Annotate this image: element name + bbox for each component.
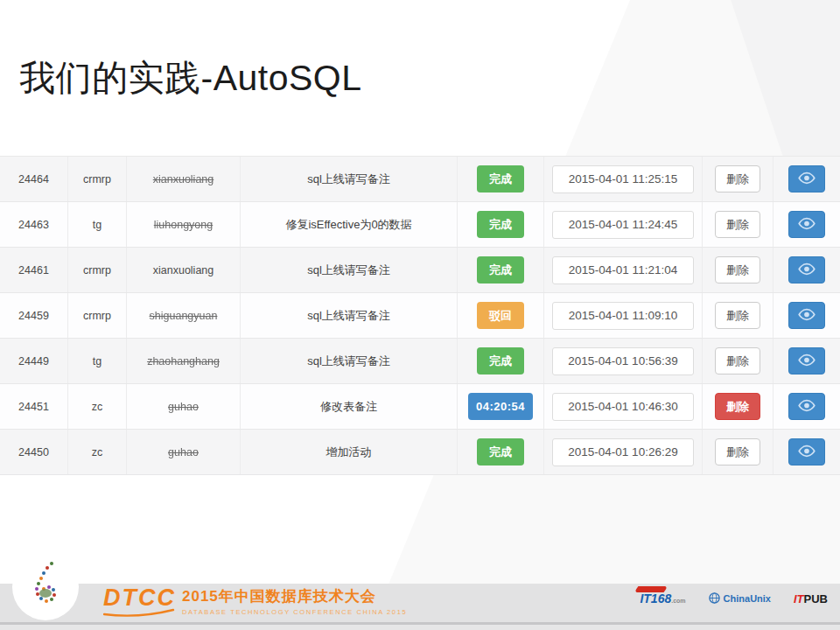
request-id: 24464 xyxy=(0,157,68,201)
view-button[interactable] xyxy=(788,438,825,466)
delete-button[interactable]: 删除 xyxy=(715,347,760,374)
timestamp-field[interactable]: 2015-04-01 11:24:45 xyxy=(552,211,694,239)
description: sql上线请写备注 xyxy=(241,293,458,338)
sponsor-logos: IT168.com ChinaUnix ITPUB xyxy=(640,592,828,606)
username: shiguangyuan xyxy=(127,293,241,338)
username: zhaohanghang xyxy=(127,339,241,383)
username: liuhongyong xyxy=(127,202,241,247)
timestamp-field[interactable]: 2015-04-01 10:26:29 xyxy=(552,438,694,466)
app-code: crmrp xyxy=(68,293,127,338)
itpub-logo: ITPUB xyxy=(794,592,828,606)
app-code: tg xyxy=(68,202,127,247)
footer-lower-band xyxy=(0,625,840,630)
description: 修改表备注 xyxy=(241,384,458,429)
description: sql上线请写备注 xyxy=(241,157,458,201)
status-button[interactable]: 完成 xyxy=(477,165,524,192)
it168-logo: IT168.com xyxy=(640,592,685,606)
timestamp-field[interactable]: 2015-04-01 11:09:10 xyxy=(552,302,694,330)
app-code: crmrp xyxy=(68,157,127,201)
timestamp-field[interactable]: 2015-04-01 10:56:39 xyxy=(552,347,694,375)
description: 增加活动 xyxy=(241,430,458,474)
app-code: crmrp xyxy=(68,248,127,292)
timestamp-field[interactable]: 2015-04-01 11:21:04 xyxy=(552,256,694,284)
username: guhao xyxy=(127,384,241,429)
description: sql上线请写备注 xyxy=(241,339,458,383)
request-id: 24459 xyxy=(0,293,68,338)
status-button[interactable]: 完成 xyxy=(477,347,524,374)
request-id: 24461 xyxy=(0,248,68,292)
view-button[interactable] xyxy=(788,347,825,374)
app-code: zc xyxy=(68,384,127,429)
request-id: 24449 xyxy=(0,339,68,383)
table-row: 24451 zc guhao 修改表备注 04:20:54 2015-04-01… xyxy=(0,384,840,430)
globe-icon xyxy=(709,592,720,606)
delete-button[interactable]: 删除 xyxy=(715,256,760,284)
it168-swoosh-icon xyxy=(634,586,668,592)
dtcc-emblem-icon xyxy=(11,553,80,621)
request-id: 24463 xyxy=(0,202,68,247)
status-button[interactable]: 完成 xyxy=(477,438,524,466)
view-button[interactable] xyxy=(788,256,825,284)
conference-title-block: 2015年中国数据库技术大会 DATABASE TECHNOLOGY CONFE… xyxy=(182,586,407,616)
timestamp-field[interactable]: 2015-04-01 10:46:30 xyxy=(552,393,694,421)
dtcc-logo: DTCC xyxy=(103,584,175,617)
table-row: 24463 tg liuhongyong 修复isEffective为0的数据 … xyxy=(0,202,840,248)
view-button[interactable] xyxy=(788,211,825,238)
timestamp-field[interactable]: 2015-04-01 11:25:15 xyxy=(552,165,694,193)
view-button[interactable] xyxy=(788,393,825,420)
eye-icon xyxy=(798,172,816,186)
delete-button[interactable]: 删除 xyxy=(715,165,760,192)
conference-title: 2015年中国数据库技术大会 xyxy=(182,586,407,606)
status-button[interactable]: 完成 xyxy=(477,256,524,284)
conference-subtitle: DATABASE TECHNOLOGY CONFERENCE CHINA 201… xyxy=(182,608,407,616)
username: guhao xyxy=(127,430,241,474)
delete-button[interactable]: 删除 xyxy=(715,393,760,420)
request-id: 24451 xyxy=(0,384,68,429)
delete-button[interactable]: 删除 xyxy=(715,438,760,466)
status-button[interactable]: 04:20:54 xyxy=(468,393,533,420)
table-row: 24464 crmrp xianxuoliang sql上线请写备注 完成 20… xyxy=(0,157,840,202)
page-title: 我们的实践-AutoSQL xyxy=(19,54,362,102)
status-button[interactable]: 完成 xyxy=(477,211,524,238)
eye-icon xyxy=(798,354,816,368)
view-button[interactable] xyxy=(788,302,825,329)
eye-icon xyxy=(798,399,816,414)
username: xianxuoliang xyxy=(127,248,241,292)
description: sql上线请写备注 xyxy=(241,248,458,292)
autosql-table: 24464 crmrp xianxuoliang sql上线请写备注 完成 20… xyxy=(0,156,840,475)
table-row: 24449 tg zhaohanghang sql上线请写备注 完成 2015-… xyxy=(0,339,840,384)
chinaunix-logo: ChinaUnix xyxy=(709,592,771,606)
app-code: zc xyxy=(68,430,127,474)
request-id: 24450 xyxy=(0,430,68,474)
username: xianxuoliang xyxy=(127,157,241,201)
table-row: 24450 zc guhao 增加活动 完成 2015-04-01 10:26:… xyxy=(0,430,840,475)
delete-button[interactable]: 删除 xyxy=(715,302,760,329)
table-row: 24459 crmrp shiguangyuan sql上线请写备注 驳回 20… xyxy=(0,293,840,339)
eye-icon xyxy=(798,444,816,459)
description: 修复isEffective为0的数据 xyxy=(241,202,458,247)
dtcc-wordmark: DTCC xyxy=(103,584,176,611)
eye-icon xyxy=(798,308,816,323)
app-code: tg xyxy=(68,339,127,383)
delete-button[interactable]: 删除 xyxy=(715,211,760,238)
eye-icon xyxy=(798,262,816,277)
status-button[interactable]: 驳回 xyxy=(477,302,524,329)
eye-icon xyxy=(798,217,816,232)
table-row: 24461 crmrp xianxuoliang sql上线请写备注 完成 20… xyxy=(0,248,840,293)
view-button[interactable] xyxy=(788,165,825,192)
